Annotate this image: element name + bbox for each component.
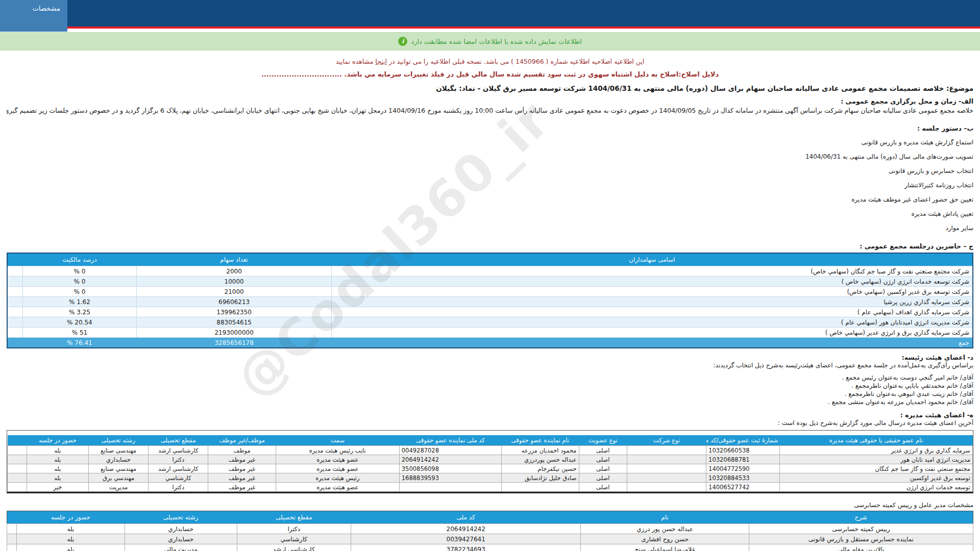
table-cell: شرکت توسعه برق غدیر اوکسین (سهامي خاص) xyxy=(332,287,973,297)
table-cell: شرکت سرمایه گذاري اهداف (سهامي عام ) xyxy=(332,307,973,317)
table-row: شرکت سرمایه گذاري برق و انرژي غدیر (سهام… xyxy=(7,328,973,338)
table-cell: عضو هیئت مدیره xyxy=(276,464,399,473)
table-row: مجتمع صنعتي نفت و گاز صبا جم کنگان140047… xyxy=(8,464,973,473)
column-header: حضور در جلسه xyxy=(27,435,88,446)
empty-cell xyxy=(7,544,17,551)
header-row: شرحنامکد ملیمقطع تحصیلیرشته تحصیلیحضور د… xyxy=(7,511,973,524)
table-cell: بله xyxy=(27,473,88,483)
table-cell: بله xyxy=(16,544,125,551)
agenda-item: تصویب صورت‌های مالی سال (دوره) مالی منته… xyxy=(7,153,973,161)
table-cell: 0 % xyxy=(22,266,136,277)
table-cell: حسابداري xyxy=(125,524,237,534)
agenda-item: تعیین حق حضور اعضای غیر موظف هیئت مدیره xyxy=(7,196,973,204)
table-cell: شرکت مدیریت انرژي امیدتابان هور (سهامي ع… xyxy=(332,317,973,328)
empty-header xyxy=(7,253,22,266)
table-cell: 10320688781 xyxy=(706,455,780,464)
agenda-item: انتخاب روزنامة کثیرالانتشار xyxy=(7,182,973,189)
table-cell: کارشناسي ارشد xyxy=(149,464,208,473)
table-cell: 69606213 xyxy=(137,297,332,307)
table-cell xyxy=(627,464,706,473)
table-cell: مدیریت xyxy=(88,483,148,492)
table-cell: غیر موظف xyxy=(208,464,276,473)
table-cell: 1688839593 xyxy=(399,473,501,483)
previous-version-link[interactable]: اینجا xyxy=(375,58,387,65)
table-cell: اصلی xyxy=(579,455,627,464)
total-row: جمع 3285656178 76.41 % xyxy=(7,338,973,348)
status-text: اطلاعات نمایش داده شده با اطلاعات امضا ش… xyxy=(411,38,581,45)
presiding-board-list: آقای/ خانم امیر گنجي دوست به‌عنوان رئیس … xyxy=(7,373,973,406)
table-cell: 21000 xyxy=(137,287,332,297)
table-cell: مهندسي برق xyxy=(88,473,148,483)
table-cell: شرکت توسعه خدمات انرژي ارژن (سهامي خاص ) xyxy=(332,277,973,287)
table-row: توسعه خدمات انرژي ارژن14006527742اصلیعضو… xyxy=(8,483,973,492)
table-cell: حسین نیکفرجام xyxy=(502,464,579,473)
table-cell: مهندسي صنایع xyxy=(88,464,148,473)
column-header: شرح xyxy=(749,511,973,524)
table-cell: بله xyxy=(27,446,88,455)
table-cell: بله xyxy=(16,524,125,534)
table-row: شرکت سرمایه گذاري زرین پرشیا696062131.62… xyxy=(7,297,973,307)
table-row: سرمایه گذاري برق و انرژي غدیر10320660538… xyxy=(8,446,973,455)
table-cell: 2064914242 xyxy=(399,455,501,464)
table-row: توسعه برق غدیر اوکسین10320884533اصلیصادق… xyxy=(8,473,973,483)
header-row: نام عضو حقیقی یا حقوقی هیئت مدیرهشمارۀ ث… xyxy=(8,435,973,446)
table-cell xyxy=(627,473,706,483)
agenda-item: سایر موارد xyxy=(7,224,973,232)
empty-cell xyxy=(7,534,17,544)
column-header: موظف/غیر موظف xyxy=(208,435,276,446)
table-cell: 2000 xyxy=(137,266,332,277)
table-cell: 3.25 % xyxy=(22,307,136,317)
table-cell: مدیریت انرژي امید تابان هور xyxy=(779,455,972,464)
table-cell: موظف xyxy=(208,446,276,455)
table-cell: اصلی xyxy=(579,464,627,473)
table-cell: اصلی xyxy=(579,473,627,483)
table-cell: مدیریت مالي xyxy=(125,544,237,551)
table-cell: بله xyxy=(27,464,88,473)
table-cell: کارشناسي ارشد xyxy=(237,544,351,551)
table-cell: 10320884533 xyxy=(706,473,780,483)
agenda-item: تعیین پاداش هیئت مدیره xyxy=(7,210,973,218)
section-d-intro: براساس رأی‌گیری به‌عمل‌آمده در جلسة مجمع… xyxy=(7,361,973,369)
agenda-list: استماع گزارش هیئت مدیره و بازرس قانونیتص… xyxy=(7,139,973,232)
empty-cell xyxy=(8,446,27,455)
table-row: شرکت توسعه برق غدیر اوکسین (سهامي خاص)21… xyxy=(7,287,973,297)
column-header: رشته تحصیلی xyxy=(125,511,237,524)
empty-cell xyxy=(7,307,22,317)
presiding-member: آقای/ خانم زینب عبدي انبوهي به‌عنوان ناظ… xyxy=(7,390,973,398)
table-cell: شرکت مجتمع صنعتي نفت و گاز صبا جم کنگان … xyxy=(332,266,973,277)
column-header: مقطع تحصیلی xyxy=(149,435,208,446)
subject-line: موضوع: خلاصه تصمیمات مجمع عمومی عادی سال… xyxy=(7,84,973,92)
table-cell: رییس کمیته حسابرسی xyxy=(749,524,973,534)
exec-audit-table: شرحنامکد ملیمقطع تحصیلیرشته تحصیلیحضور د… xyxy=(7,511,973,551)
table-cell: سرمایه گذاري برق و انرژي غدیر xyxy=(779,446,972,455)
table-cell: توسعه خدمات انرژي ارژن xyxy=(779,483,972,492)
column-header: رشته تحصیلی xyxy=(88,435,148,446)
table-cell: دکترا xyxy=(237,524,351,534)
section-c-title: ج – حاضرین درجلسه مجمع عمومی : xyxy=(7,242,973,250)
empty-cell xyxy=(7,297,22,307)
table-cell: حسابداري xyxy=(125,534,237,544)
tab-specifications[interactable]: مشخصات xyxy=(0,0,67,32)
column-header: حضور در جلسه xyxy=(16,511,125,524)
column-header: نام عضو حقیقی یا حقوقی هیئت مدیره xyxy=(779,435,972,446)
table-cell: غیر موظف xyxy=(208,483,276,492)
column-header: مقطع تحصیلی xyxy=(237,511,351,524)
amendment-notice: این اطلاعیه اصلاحیه اطلاعیه شماره ( 1450… xyxy=(7,58,973,65)
table-cell: توسعه برق غدیر اوکسین xyxy=(779,473,972,483)
table-row: نماینده حسابرس مستقل و بازرس قانونیحسن ر… xyxy=(7,534,973,544)
total-label: جمع xyxy=(332,338,973,348)
table-cell: اصلی xyxy=(579,483,627,492)
empty-cell xyxy=(7,266,22,277)
table-cell: کارشناسي xyxy=(237,534,351,544)
shareholders-table: اسامی سهامدارانتعداد سهامدرصد مالکیت شرک… xyxy=(7,253,973,348)
board-members-table: نام عضو حقیقی یا حقوقی هیئت مدیرهشمارۀ ث… xyxy=(7,435,973,492)
table-cell: 883054615 xyxy=(137,317,332,328)
presiding-member: آقای/ خانم امیر گنجي دوست به‌عنوان رئیس … xyxy=(7,373,973,382)
total-shares: 3285656178 xyxy=(137,338,332,348)
column-header: سمت xyxy=(276,435,399,446)
table-cell xyxy=(399,483,501,492)
table-cell: رئیس هیئت مدیره xyxy=(276,473,399,483)
table-cell: 0049287028 xyxy=(399,446,501,455)
section-e-intro: آخرین اعضای هیئت مدیره درسال مالی مورد گ… xyxy=(7,419,973,427)
table-cell: عضو هیئت مدیره xyxy=(276,483,399,492)
